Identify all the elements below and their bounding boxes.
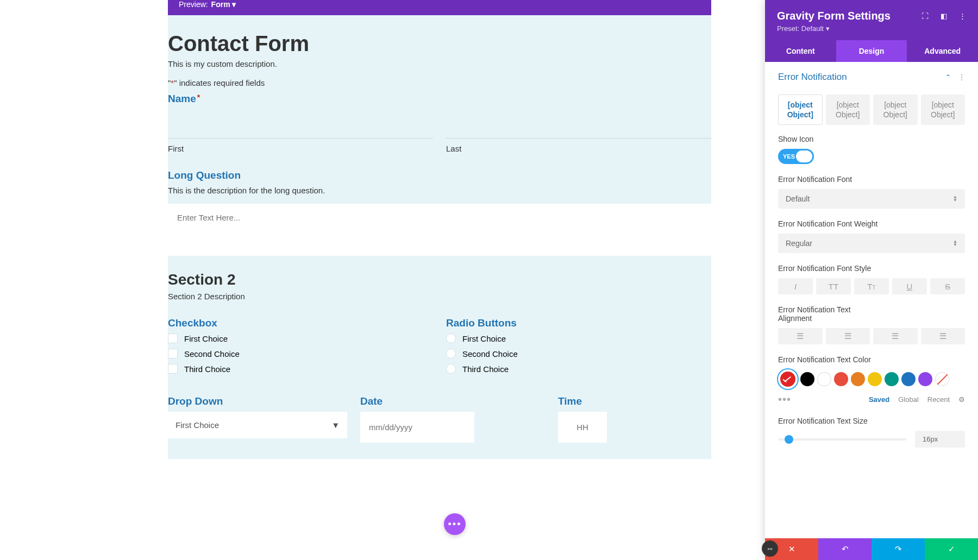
check-icon: ✓ [948,544,955,554]
weight-select[interactable]: Regular ▲▼ [778,234,965,253]
subtab[interactable]: [object Object] [778,95,823,125]
uppercase-icon: TT [829,282,838,291]
name-label: Name* [168,93,711,105]
color-swatch[interactable] [885,372,899,386]
more-colors-icon[interactable]: ••• [778,393,791,406]
checkbox-choice[interactable]: Third Choice [168,364,433,374]
checkbox-choice[interactable]: First Choice [168,334,433,343]
panels-icon[interactable]: ◧ [941,12,947,20]
section-2-title: Section 2 [168,271,711,288]
checkbox-icon [168,364,178,374]
close-icon: ✕ [788,544,795,554]
radio-label: Radio Buttons [446,317,711,329]
smallcaps-button[interactable]: TT [854,278,889,294]
strikethrough-button[interactable]: S [930,278,965,294]
color-tab-saved[interactable]: Saved [869,395,889,404]
underline-icon: U [907,282,913,291]
first-name-input[interactable] [168,109,433,139]
color-tab-recent[interactable]: Recent [927,395,950,404]
color-swatch-none[interactable] [935,372,949,386]
dropdown-select[interactable]: First Choice ▼ [168,412,347,438]
align-center-button[interactable]: ☰ [826,328,870,344]
preset-dropdown[interactable]: Preset: Default ▾ [777,24,966,33]
align-center-icon: ☰ [844,331,851,341]
uppercase-button[interactable]: TT [816,278,851,294]
color-swatch[interactable] [901,372,916,386]
select-arrows-icon: ▲▼ [953,240,957,247]
subtab[interactable]: [object Object] [873,95,918,125]
chevron-down-icon: ▼ [331,420,340,430]
kebab-menu-icon[interactable]: ⋮ [958,73,965,81]
kebab-menu-icon[interactable]: ⋮ [959,12,966,20]
preview-mode-dropdown[interactable]: Form ▾ [211,0,236,9]
toggle-error-notification[interactable]: Error Notification [778,72,847,83]
weight-label: Error Notification Font Weight [778,219,965,228]
tab-advanced[interactable]: Advanced [907,40,978,62]
undo-button[interactable]: ↶ [818,538,872,560]
long-question-label: Long Question [168,169,711,181]
radio-choice[interactable]: Second Choice [446,349,711,358]
color-swatch-selected[interactable] [778,369,798,389]
underline-button[interactable]: U [892,278,927,294]
size-label: Error Notification Text Size [778,417,965,425]
color-swatch[interactable] [834,372,848,386]
align-left-button[interactable]: ☰ [778,328,823,344]
radio-icon [446,364,456,374]
font-select[interactable]: Default ▲▼ [778,189,965,209]
color-tab-global[interactable]: Global [898,395,919,404]
fullscreen-icon[interactable]: ⛶ [921,12,929,20]
last-name-input[interactable] [446,109,711,139]
checkbox-icon [168,349,178,358]
font-label: Error Notification Font [778,175,965,184]
slider-knob[interactable] [785,435,793,444]
form-title: Contact Form [168,32,711,56]
color-label: Error Notification Text Color [778,355,965,364]
date-label: Date [360,395,474,407]
redo-icon: ↷ [895,544,902,554]
align-justify-button[interactable]: ☰ [921,328,966,344]
time-hh-input[interactable] [558,412,607,443]
subtab[interactable]: [object Object] [826,95,870,125]
smallcaps-icon: TT [867,282,875,291]
select-arrows-icon: ▲▼ [953,196,957,202]
italic-icon: I [794,282,797,291]
size-slider[interactable] [778,438,906,441]
chevron-up-icon[interactable]: ⌃ [945,73,951,81]
preview-label: Preview: [179,0,208,9]
color-swatch[interactable] [868,372,882,386]
show-icon-toggle[interactable]: YES [778,149,814,164]
dropdown-label: Drop Down [168,395,347,407]
tab-design[interactable]: Design [836,40,907,62]
show-icon-label: Show Icon [778,135,965,143]
checkbox-choice[interactable]: Second Choice [168,349,433,358]
expand-icon: ⤢ [766,544,774,553]
subtab[interactable]: [object Object] [921,95,966,125]
size-value-input[interactable]: 16px [915,431,965,448]
italic-button[interactable]: I [778,278,813,294]
long-question-desc: This is the description for the long que… [168,186,711,195]
align-left-icon: ☰ [797,331,804,341]
color-swatch[interactable] [800,372,814,386]
color-swatch[interactable] [851,372,865,386]
radio-choice[interactable]: First Choice [446,334,711,343]
settings-panel: Gravity Form Settings ⛶ ◧ ⋮ Preset: Defa… [765,0,978,560]
long-question-textarea[interactable] [168,204,711,253]
radio-choice[interactable]: Third Choice [446,364,711,374]
first-sublabel: First [168,144,433,153]
align-label: Error Notification Text Alignment [778,305,865,323]
time-label: Time [558,395,711,407]
align-right-button[interactable]: ☰ [873,328,918,344]
save-button[interactable]: ✓ [925,538,978,560]
color-swatch[interactable] [817,372,831,386]
style-label: Error Notification Font Style [778,264,965,273]
gear-icon[interactable]: ⚙ [958,395,965,404]
undo-icon: ↶ [842,544,849,554]
redo-button[interactable]: ↷ [872,538,925,560]
tab-content[interactable]: Content [765,40,836,62]
color-swatch[interactable] [918,372,932,386]
dots-icon: ••• [448,519,462,530]
align-justify-icon: ☰ [939,331,946,341]
module-options-fab[interactable]: ••• [444,513,466,535]
date-input[interactable] [360,412,474,443]
required-fields-note: "*" indicates required fields [168,78,711,87]
